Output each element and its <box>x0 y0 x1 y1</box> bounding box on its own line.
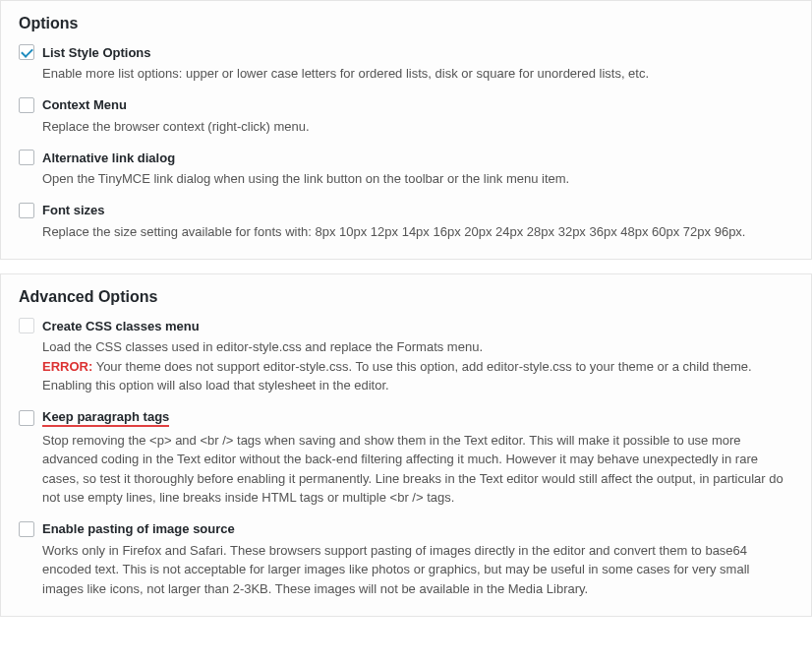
option-context-menu: Context Menu Replace the browser context… <box>19 97 793 137</box>
option-label-css-classes-menu: Create CSS classes menu <box>42 319 200 333</box>
option-label-context-menu: Context Menu <box>42 97 127 112</box>
option-label-font-sizes: Font sizes <box>42 203 105 217</box>
option-desc-context-menu: Replace the browser context (right-click… <box>42 117 793 137</box>
option-font-sizes: Font sizes Replace the size setting avai… <box>19 203 793 242</box>
option-paste-image-source: Enable pasting of image source Works onl… <box>19 521 793 599</box>
checkbox-context-menu[interactable] <box>19 97 34 113</box>
advanced-options-panel: Advanced Options Create CSS classes menu… <box>0 273 812 617</box>
option-desc-alt-link-dialog: Open the TinyMCE link dialog when using … <box>42 169 793 189</box>
checkbox-keep-paragraph-tags[interactable] <box>19 410 34 426</box>
option-label-list-style: List Style Options <box>42 45 151 60</box>
option-alt-link-dialog: Alternative link dialog Open the TinyMCE… <box>19 150 793 189</box>
option-keep-paragraph-tags: Keep paragraph tags Stop removing the <p… <box>19 409 793 508</box>
option-css-classes-menu: Create CSS classes menu Load the CSS cla… <box>19 318 793 395</box>
option-desc-keep-paragraph-tags: Stop removing the <p> and <br /> tags wh… <box>42 431 793 508</box>
option-desc-css-classes-menu: Load the CSS classes used in editor-styl… <box>42 337 793 395</box>
option-label-keep-paragraph-tags: Keep paragraph tags <box>42 409 169 427</box>
checkbox-font-sizes[interactable] <box>19 203 34 218</box>
option-label-paste-image-source: Enable pasting of image source <box>42 521 235 536</box>
option-list-style: List Style Options Enable more list opti… <box>19 44 793 84</box>
checkbox-paste-image-source[interactable] <box>19 521 34 537</box>
option-desc-list-style: Enable more list options: upper or lower… <box>42 64 793 84</box>
option-desc-paste-image-source: Works only in Firefox and Safari. These … <box>42 541 793 599</box>
options-title: Options <box>19 15 793 32</box>
checkbox-css-classes-menu <box>19 318 34 333</box>
checkbox-list-style[interactable] <box>19 44 34 60</box>
option-label-alt-link-dialog: Alternative link dialog <box>42 151 175 165</box>
advanced-options-title: Advanced Options <box>19 288 793 306</box>
option-desc-font-sizes: Replace the size setting available for f… <box>42 222 793 242</box>
options-panel: Options List Style Options Enable more l… <box>0 0 812 260</box>
checkbox-alt-link-dialog[interactable] <box>19 150 34 165</box>
error-label: ERROR: <box>42 359 92 374</box>
